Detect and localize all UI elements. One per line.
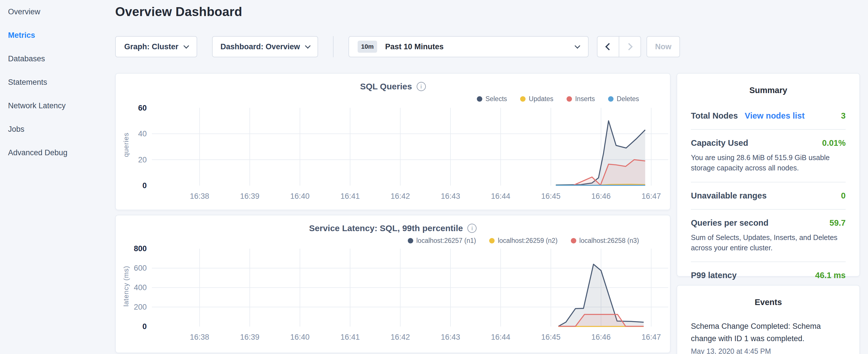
summary-panel: Summary Total Nodes View nodes list 3 Ca… (677, 73, 860, 277)
sidebar-item-databases[interactable]: Databases (0, 47, 115, 70)
svg-text:0: 0 (143, 181, 147, 190)
service-latency-plot[interactable]: 16:3816:3916:4016:4116:4216:4316:4416:45… (116, 246, 670, 345)
event-list-item[interactable]: Schema Change Completed: Schema change w… (691, 320, 846, 354)
svg-text:16:43: 16:43 (441, 333, 460, 342)
right-column: Summary Total Nodes View nodes list 3 Ca… (677, 73, 860, 354)
chevron-down-icon (305, 43, 311, 49)
svg-text:20: 20 (138, 156, 147, 164)
summary-label: Queries per second (691, 218, 769, 228)
summary-description: You are using 28.6 MiB of 515.9 GiB usab… (691, 152, 846, 173)
chart-title: Service Latency: SQL, 99th percentile (309, 223, 463, 233)
svg-text:16:42: 16:42 (391, 192, 410, 200)
legend-dot-icon (477, 96, 482, 102)
legend-item[interactable]: Selects (477, 95, 507, 103)
chart-legend: SelectsUpdatesInsertsDeletes (116, 94, 670, 103)
sidebar-item-statements[interactable]: Statements (0, 70, 115, 94)
summary-row-capacity-used: Capacity Used 0.01% You are using 28.6 M… (691, 129, 846, 182)
events-panel: Events Schema Change Completed: Schema c… (677, 285, 860, 354)
svg-text:40: 40 (138, 129, 147, 138)
sidebar-item-metrics[interactable]: Metrics (0, 24, 115, 47)
summary-value: 46.1 ms (815, 271, 846, 280)
graph-dropdown[interactable]: Graph: Cluster (115, 36, 197, 57)
svg-text:16:38: 16:38 (190, 192, 210, 200)
time-pager (597, 36, 641, 57)
controls-divider (333, 36, 334, 57)
left-nav: Overview Metrics Databases Statements Ne… (0, 0, 115, 354)
summary-value: 0.01% (822, 138, 846, 148)
time-range-label: Past 10 Minutes (385, 42, 443, 51)
svg-text:latency (ms): latency (ms) (122, 266, 130, 307)
legend-item[interactable]: Inserts (566, 95, 595, 103)
svg-text:800: 800 (134, 246, 147, 253)
chart-title: SQL Queries (360, 82, 412, 91)
legend-label: Deletes (617, 95, 639, 103)
legend-label: Selects (486, 95, 507, 103)
svg-text:16:40: 16:40 (290, 192, 310, 200)
svg-text:16:45: 16:45 (541, 192, 560, 200)
dashboard-dropdown[interactable]: Dashboard: Overview (212, 36, 318, 57)
sidebar-item-advanced-debug[interactable]: Advanced Debug (0, 141, 115, 164)
legend-item[interactable]: localhost:26257 (n1) (408, 237, 476, 245)
chart-legend: localhost:26257 (n1)localhost:26259 (n2)… (116, 236, 670, 245)
view-nodes-list-link[interactable]: View nodes list (745, 111, 805, 121)
summary-row-total-nodes: Total Nodes View nodes list 3 (691, 102, 846, 129)
chevron-down-icon (575, 43, 580, 49)
time-next-button[interactable] (619, 37, 641, 57)
svg-text:16:41: 16:41 (340, 192, 360, 200)
legend-label: localhost:26258 (n3) (580, 237, 639, 245)
chevron-down-icon (183, 43, 189, 49)
svg-text:16:38: 16:38 (190, 333, 210, 342)
dashboard-dropdown-label: Dashboard: Overview (220, 42, 300, 51)
svg-text:200: 200 (134, 303, 147, 311)
time-prev-button[interactable] (597, 37, 619, 57)
legend-dot-icon (608, 96, 614, 102)
chart-svg: 16:3816:3916:4016:4116:4216:4316:4416:45… (116, 104, 671, 202)
summary-value: 3 (841, 111, 846, 121)
sql-queries-chart-card: SQL Queries SelectsUpdatesInsertsDeletes… (115, 73, 671, 210)
info-icon[interactable] (467, 224, 476, 233)
svg-text:0: 0 (143, 322, 147, 331)
legend-item[interactable]: Updates (520, 95, 553, 103)
legend-dot-icon (571, 238, 576, 244)
legend-item[interactable]: Deletes (608, 95, 639, 103)
legend-dot-icon (520, 96, 526, 102)
svg-text:16:41: 16:41 (340, 333, 360, 342)
svg-text:16:44: 16:44 (491, 192, 510, 200)
summary-value: 0 (841, 191, 846, 200)
summary-value: 59.7 (830, 218, 846, 228)
svg-text:16:45: 16:45 (541, 333, 560, 342)
time-range-dropdown[interactable]: 10m Past 10 Minutes (348, 36, 589, 57)
now-button[interactable]: Now (647, 36, 680, 57)
page-title: Overview Dashboard (115, 5, 868, 19)
legend-label: Inserts (575, 95, 595, 103)
legend-item[interactable]: localhost:26259 (n2) (489, 237, 557, 245)
main-content: Overview Dashboard Graph: Cluster Dashbo… (115, 0, 868, 354)
svg-text:16:40: 16:40 (290, 333, 310, 342)
sql-queries-plot[interactable]: 16:3816:3916:4016:4116:4216:4316:4416:45… (116, 104, 670, 204)
chevron-left-icon (605, 43, 612, 50)
sidebar-item-overview[interactable]: Overview (0, 0, 115, 24)
svg-text:16:47: 16:47 (642, 192, 661, 200)
svg-text:16:46: 16:46 (591, 192, 611, 200)
summary-rows: Total Nodes View nodes list 3 Capacity U… (691, 102, 846, 289)
svg-text:600: 600 (134, 264, 147, 272)
svg-text:16:39: 16:39 (240, 333, 260, 342)
sidebar-item-jobs[interactable]: Jobs (0, 118, 115, 141)
legend-dot-icon (566, 96, 572, 102)
summary-label: Total Nodes (691, 111, 738, 121)
svg-text:16:43: 16:43 (441, 192, 460, 200)
sidebar-item-network-latency[interactable]: Network Latency (0, 94, 115, 118)
chart-svg: 16:3816:3916:4016:4116:4216:4316:4416:45… (116, 246, 671, 344)
svg-text:16:46: 16:46 (591, 333, 611, 342)
event-message: Schema Change Completed: Schema change w… (691, 320, 846, 345)
graph-dropdown-label: Graph: Cluster (124, 42, 178, 51)
events-title: Events (691, 297, 846, 307)
summary-description: Sum of Selects, Updates, Inserts, and De… (691, 232, 846, 253)
summary-row-queries-per-second: Queries per second 59.7 Sum of Selects, … (691, 209, 846, 262)
summary-label: P99 latency (691, 271, 737, 280)
chart-title-row: SQL Queries (116, 81, 670, 92)
svg-text:16:44: 16:44 (491, 333, 510, 342)
content-row: SQL Queries SelectsUpdatesInsertsDeletes… (115, 73, 868, 354)
legend-item[interactable]: localhost:26258 (n3) (571, 237, 639, 245)
info-icon[interactable] (417, 82, 426, 91)
